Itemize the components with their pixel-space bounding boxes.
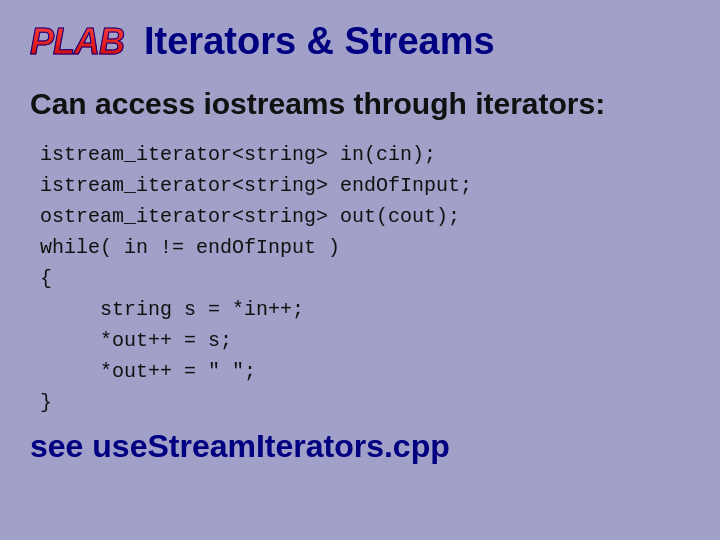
code-line-4: while( in != endOfInput ) [40,232,690,263]
header: PLAB Iterators & Streams [30,20,690,63]
code-line-8: *out++ = " "; [40,356,690,387]
code-line-1: istream_iterator<string> in(cin); [40,139,690,170]
code-line-6: string s = *in++; [40,294,690,325]
code-line-5: { [40,263,690,294]
footer-text: see useStreamIterators.cpp [30,428,690,465]
code-block: istream_iterator<string> in(cin); istrea… [40,139,690,418]
slide: PLAB Iterators & Streams Can access iost… [0,0,720,540]
slide-title: Iterators & Streams [144,20,495,63]
subtitle: Can access iostreams through iterators: [30,87,690,121]
code-line-2: istream_iterator<string> endOfInput; [40,170,690,201]
code-line-3: ostream_iterator<string> out(cout); [40,201,690,232]
code-line-9: } [40,387,690,418]
code-line-7: *out++ = s; [40,325,690,356]
plab-logo: PLAB [30,21,124,63]
